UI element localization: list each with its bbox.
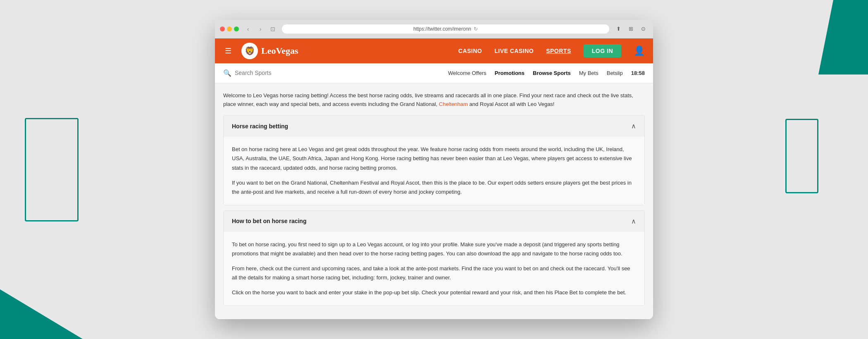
promotions-link[interactable]: Promotions [495, 70, 525, 76]
accordion-title-how-to-bet: How to bet on horse racing [232, 218, 306, 224]
cheltenham-link[interactable]: Cheltenham [439, 101, 468, 107]
nav-sports[interactable]: SPORTS [546, 48, 571, 54]
accordion-title-horse-racing: Horse racing betting [232, 123, 288, 130]
accordion-how-to-bet: How to bet on horse racing ∧ To bet on h… [223, 210, 645, 306]
logo[interactable]: 🦁 LeoVegas [241, 43, 298, 59]
horse-racing-para-1: Bet on horse racing here at Leo Vegas an… [232, 145, 636, 172]
browser-actions: ⬆ ⊞ ⊙ [613, 24, 648, 34]
accordion-header-how-to-bet[interactable]: How to bet on horse racing ∧ [224, 211, 644, 232]
time-display: 18:58 [631, 70, 645, 76]
hamburger-button[interactable]: ☰ [223, 45, 233, 57]
browser-chrome: ‹ › ⊡ https://twitter.com/imeronn ↻ ⬆ ⊞ … [215, 20, 653, 38]
logo-icon: 🦁 [241, 43, 258, 59]
how-to-bet-para-3: Click on the horse you want to back and … [232, 288, 636, 297]
browse-sports-link[interactable]: Browse Sports [533, 70, 571, 76]
search-area: 🔍 [223, 69, 440, 77]
search-icon: 🔍 [223, 69, 231, 77]
bg-decoration-bottom-left [0, 256, 83, 339]
my-bets-link[interactable]: My Bets [579, 70, 599, 76]
dot-close[interactable] [220, 26, 225, 31]
back-button[interactable]: ‹ [243, 24, 253, 34]
intro-paragraph: Welcome to Leo Vegas horse racing bettin… [223, 91, 645, 109]
main-content: Welcome to Leo Vegas horse racing bettin… [215, 83, 653, 320]
how-to-bet-para-1: To bet on horse racing, you first need t… [232, 240, 636, 258]
site-header: ☰ 🦁 LeoVegas CASINO LIVE CASINO SPORTS L… [215, 38, 653, 63]
bg-decoration-left-outline [25, 118, 79, 221]
welcome-offers-link[interactable]: Welcome Offers [448, 70, 486, 76]
logo-text: LeoVegas [261, 46, 298, 56]
bg-decoration-right-outline [785, 119, 818, 193]
accordion-body-how-to-bet: To bet on horse racing, you first need t… [224, 232, 644, 305]
forward-button[interactable]: › [255, 24, 265, 34]
info-button[interactable]: ⊙ [638, 24, 648, 34]
chevron-up-icon-2: ∧ [631, 217, 636, 225]
horse-racing-para-2: If you want to bet on the Grand National… [232, 178, 636, 197]
tab-button[interactable]: ⊡ [268, 24, 278, 34]
browser-dots [220, 26, 239, 31]
address-bar[interactable]: https://twitter.com/imeronn ↻ [282, 24, 609, 34]
how-to-bet-para-2: From here, check out the current and upc… [232, 264, 636, 282]
user-icon[interactable]: 👤 [634, 46, 645, 56]
bg-decoration-top-right [818, 0, 868, 75]
add-bookmark-button[interactable]: ⊞ [626, 24, 636, 34]
login-button[interactable]: LOG IN [584, 44, 621, 58]
website: ☰ 🦁 LeoVegas CASINO LIVE CASINO SPORTS L… [215, 38, 653, 320]
url-text: https://twitter.com/imeronn [413, 26, 471, 32]
dot-maximize[interactable] [234, 26, 239, 31]
browser-nav: ‹ › ⊡ [243, 24, 278, 34]
refresh-icon[interactable]: ↻ [474, 26, 478, 32]
search-input[interactable] [235, 70, 317, 76]
nav-live-casino[interactable]: LIVE CASINO [494, 48, 534, 54]
nav-casino[interactable]: CASINO [458, 48, 482, 54]
main-nav: CASINO LIVE CASINO SPORTS LOG IN 👤 [458, 44, 645, 58]
dot-minimize[interactable] [227, 26, 232, 31]
sub-nav: 🔍 Welcome Offers Promotions Browse Sport… [215, 63, 653, 83]
accordion-horse-racing: Horse racing betting ∧ Bet on horse raci… [223, 115, 645, 205]
browser-window: ‹ › ⊡ https://twitter.com/imeronn ↻ ⬆ ⊞ … [215, 20, 653, 320]
share-button[interactable]: ⬆ [613, 24, 623, 34]
accordion-body-horse-racing: Bet on horse racing here at Leo Vegas an… [224, 137, 644, 204]
chevron-up-icon: ∧ [631, 122, 636, 130]
sub-nav-links: Welcome Offers Promotions Browse Sports … [448, 70, 645, 76]
betslip-link[interactable]: Betslip [607, 70, 623, 76]
accordion-header-horse-racing[interactable]: Horse racing betting ∧ [224, 115, 644, 137]
